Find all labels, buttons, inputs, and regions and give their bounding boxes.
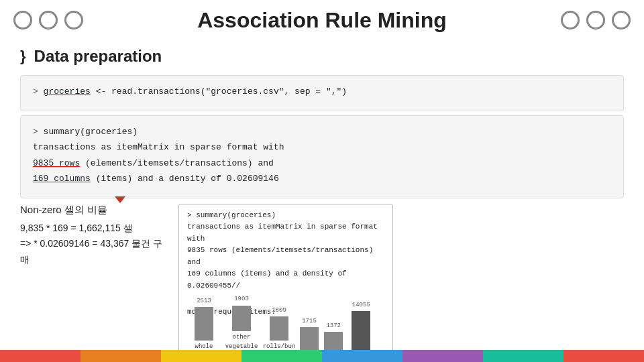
popup-line-3: 9835 rows (elements/itemsets/transaction… xyxy=(187,245,384,268)
code-line-1: > groceries <- read.transactions("grocer… xyxy=(33,85,611,99)
left-circles xyxy=(13,11,83,29)
bar-purple xyxy=(402,350,483,362)
rows-value: 9835 rows xyxy=(33,158,80,168)
bar-other-veg xyxy=(232,306,251,331)
circle-left-1 xyxy=(13,11,32,29)
bar-red2 xyxy=(564,350,644,362)
section-header: } Data preparation xyxy=(20,47,624,66)
bottom-section: Non-zero 셀의 비율 9,835 * 169 = 1,662,115 셀… xyxy=(20,204,624,363)
bar-red xyxy=(0,350,80,362)
code-line-cols: 169 columns (items) and a density of 0.0… xyxy=(33,172,611,186)
bar-green xyxy=(241,350,322,362)
formula-line-1: 9,835 * 169 = 1,662,115 셀 xyxy=(20,221,168,237)
circle-right-3 xyxy=(612,11,631,29)
right-circles xyxy=(561,11,631,29)
popup-code: > summary(groceries) transactions as ite… xyxy=(178,204,393,363)
bar-teal xyxy=(483,350,564,362)
code-line-rows: 9835 rows (elements/itemsets/transaction… xyxy=(33,157,611,170)
bar-yellow xyxy=(161,350,241,362)
arrow-indicator xyxy=(115,196,125,203)
popup-line-4: 169 columns (items) and a density of 0.0… xyxy=(187,268,384,292)
main-content: } Data preparation > groceries <- read.t… xyxy=(0,40,644,335)
bottom-bar xyxy=(0,350,644,362)
formula-line-2: => * 0.02609146 = 43,367 물건 구매 xyxy=(20,236,168,268)
bar-other xyxy=(352,311,370,350)
popup-line-2: transactions as itemMatrix in sparse for… xyxy=(187,221,384,245)
code-line-summary: > summary(groceries) xyxy=(33,125,611,139)
code-block-1: > groceries <- read.transactions("grocer… xyxy=(20,75,624,111)
bar-blue xyxy=(322,350,402,362)
groceries-keyword: groceries xyxy=(44,86,91,97)
top-bar: Association Rule Mining xyxy=(0,0,644,40)
cols-value: 169 columns xyxy=(33,174,91,184)
popup-line-1: > summary(groceries) xyxy=(187,210,384,222)
left-annotations: Non-zero 셀의 비율 9,835 * 169 = 1,662,115 셀… xyxy=(20,204,168,268)
circle-right-1 xyxy=(561,11,580,29)
circle-left-2 xyxy=(39,11,58,29)
bar-soda xyxy=(300,327,319,350)
bar-rolls xyxy=(270,316,288,341)
code-block-2: > summary(groceries) transactions as ite… xyxy=(20,115,624,198)
bar-whole-milk xyxy=(195,307,213,341)
nonzero-label: Non-zero 셀의 비율 xyxy=(20,204,168,217)
bullet-icon: } xyxy=(20,48,26,65)
section-title: Data preparation xyxy=(34,47,162,66)
circle-right-2 xyxy=(586,11,605,29)
page-title: Association Rule Mining xyxy=(83,8,561,33)
circle-left-3 xyxy=(64,11,83,29)
bar-orange xyxy=(80,350,161,362)
code-line-desc: transactions as itemMatrix in sparse for… xyxy=(33,141,611,154)
annotation-formula: 9,835 * 169 = 1,662,115 셀 => * 0.0260914… xyxy=(20,221,168,268)
bar-yogurt xyxy=(324,332,343,350)
